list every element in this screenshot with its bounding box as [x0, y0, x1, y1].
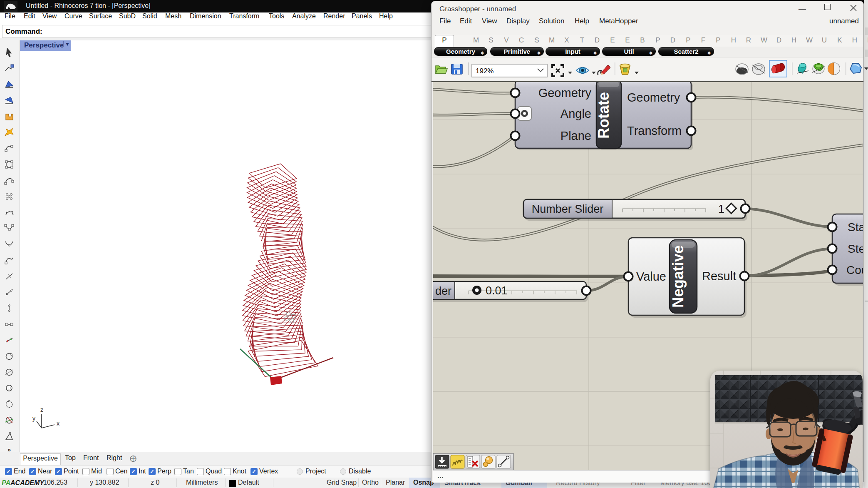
svg-text:192%: 192% — [476, 67, 494, 75]
svg-text:Geometry: Geometry — [627, 91, 680, 104]
svg-text:Number Slider: Number Slider — [532, 203, 604, 215]
svg-text:Value: Value — [636, 270, 666, 283]
svg-text:Negative: Negative — [670, 245, 687, 308]
svg-text:1: 1 — [718, 203, 724, 215]
svg-text:z: z — [40, 406, 43, 413]
svg-text:Cour: Cour — [846, 264, 863, 276]
svg-text:y: y — [32, 415, 35, 422]
svg-text:»: » — [7, 446, 11, 452]
svg-text:Geometry: Geometry — [538, 86, 592, 100]
svg-text:Result: Result — [702, 269, 736, 283]
svg-text:Rotate: Rotate — [595, 92, 612, 139]
svg-text:Plane: Plane — [560, 129, 591, 142]
svg-text:Transform: Transform — [627, 124, 682, 137]
svg-text:Sta: Sta — [848, 221, 863, 234]
svg-text:Ste: Ste — [848, 242, 863, 255]
svg-text:x: x — [57, 420, 60, 427]
svg-text:Angle: Angle — [560, 107, 591, 120]
svg-text:der: der — [435, 285, 451, 297]
svg-text:0.01: 0.01 — [486, 284, 508, 297]
